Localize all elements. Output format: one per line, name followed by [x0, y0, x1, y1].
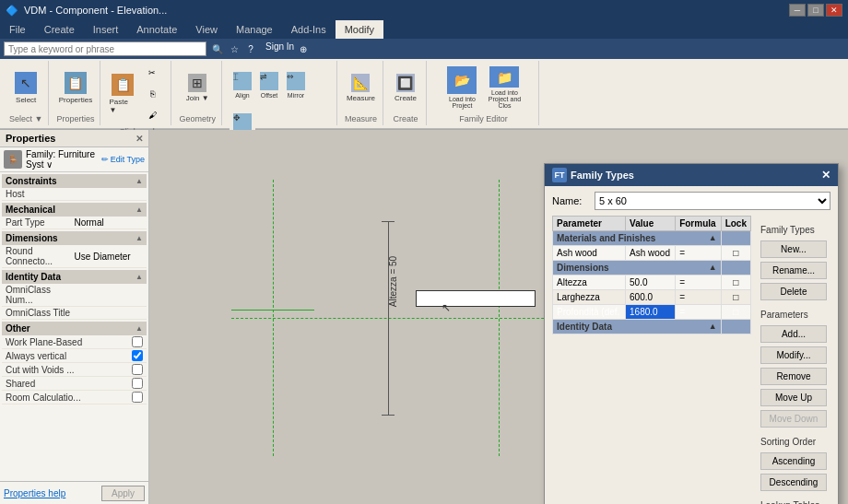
join-button[interactable]: ⊞ Join ▼	[184, 65, 210, 110]
move-down-button[interactable]: Move Down	[760, 410, 827, 428]
dialog-title-text: Family Types	[571, 170, 634, 181]
ribbon-group-family-editor: 📂 Load into Project 📁 Load into Project …	[429, 61, 539, 125]
rename-button[interactable]: Rename...	[760, 262, 827, 279]
properties-panel: Properties ✕ 🪑 Family: Furniture Syst ∨ …	[0, 130, 149, 504]
tab-modify[interactable]: Modify	[336, 20, 383, 39]
minimize-button[interactable]: ─	[789, 4, 806, 17]
mechanical-expand: ▲	[135, 205, 143, 214]
cursor-indicator: ↖	[442, 301, 451, 314]
properties-button[interactable]: 📋 Properties	[61, 65, 90, 110]
identity-header[interactable]: Identity Data ▲	[2, 270, 147, 284]
close-button[interactable]: ✕	[826, 4, 842, 17]
star-icon[interactable]: ☆	[227, 41, 241, 56]
copy-button[interactable]: ⎘	[139, 84, 165, 104]
dim-tick-top	[382, 221, 395, 222]
dialog-title-bar: FT Family Types ✕	[545, 164, 838, 186]
remove-button[interactable]: Remove	[760, 368, 827, 385]
mirror-button[interactable]: ⇔ Mirror	[283, 64, 309, 105]
tab-view[interactable]: View	[186, 20, 227, 39]
edit-icon: ✏	[101, 155, 109, 164]
load-project-close-button[interactable]: 📁 Load into Project and Clos	[484, 65, 524, 110]
ribbon-group-modify: ⌶ Align ⇌ Offset ⇔ Mirror ✥ Move Modify	[224, 61, 337, 125]
properties-group-label: Properties	[56, 114, 94, 123]
other-header[interactable]: Other ▲	[2, 322, 147, 335]
properties-help-link[interactable]: Properties help	[4, 488, 65, 498]
add-button[interactable]: Add...	[760, 325, 827, 343]
mechanical-header[interactable]: Mechanical ▲	[2, 203, 147, 217]
new-button[interactable]: New...	[760, 240, 827, 258]
measure-button[interactable]: 📐 Measure	[346, 65, 375, 110]
expand-icon[interactable]: ⊕	[296, 41, 311, 56]
constraints-header[interactable]: Constraints ▲	[2, 174, 147, 188]
offset-button[interactable]: ⇌ Offset	[256, 64, 282, 105]
always-vertical-checkbox[interactable]	[132, 350, 143, 361]
larghezza-value[interactable]: 600.0	[626, 290, 676, 305]
omniclass-title-row: OmniClass Title	[2, 307, 147, 320]
materials-expand-icon: ▲	[709, 233, 717, 242]
sign-in-link[interactable]: Sign In	[265, 41, 294, 56]
work-plane-checkbox[interactable]	[132, 336, 143, 347]
panel-title: Properties	[6, 133, 55, 144]
title-bar-controls[interactable]: ─ □ ✕	[789, 4, 842, 17]
load-into-project-button[interactable]: 📂 Load into Project	[442, 65, 482, 110]
larghezza-row[interactable]: Larghezza 600.0 = □	[553, 290, 751, 305]
shared-checkbox[interactable]	[132, 378, 143, 389]
dim-line-v	[388, 221, 389, 415]
canvas-area[interactable]: Altezza = 50 ↖ FT Family Types ✕ N	[149, 130, 848, 504]
ribbon-content: ↖ Select Select ▼ 📋 Properties Propertie…	[0, 59, 848, 129]
name-select[interactable]: 5 x 60	[595, 192, 830, 210]
materials-section-header[interactable]: Materials and Finishes ▲	[553, 231, 751, 246]
room-calc-checkbox[interactable]	[132, 392, 143, 403]
move-up-button[interactable]: Move Up	[760, 389, 827, 406]
edit-type-button[interactable]: ✏ Edit Type	[101, 155, 145, 164]
name-label: Name:	[552, 195, 589, 206]
dialog-close-button[interactable]: ✕	[821, 169, 830, 182]
tab-insert[interactable]: Insert	[84, 20, 128, 39]
select-button[interactable]: ↖ Select	[11, 65, 41, 110]
tab-create[interactable]: Create	[35, 20, 84, 39]
panel-close-button[interactable]: ✕	[135, 134, 143, 144]
apply-button[interactable]: Apply	[101, 486, 145, 501]
col-lock: Lock	[721, 217, 750, 231]
clipboard-buttons: 📋 Paste ▼ ✂ ⎘ 🖌	[108, 63, 165, 125]
search-input[interactable]	[4, 41, 206, 56]
tab-addins[interactable]: Add-Ins	[282, 20, 336, 39]
altezza-lock: □	[721, 275, 750, 290]
room-calc-row: Room Calculatio...	[2, 391, 147, 404]
altezza-row[interactable]: Altezza 50.0 = □	[553, 275, 751, 290]
ribbon: File Create Insert Annotate View Manage …	[0, 20, 848, 130]
help-icon[interactable]: ?	[243, 41, 258, 56]
identity-section-header[interactable]: Identity Data ▲	[553, 320, 751, 334]
cut-with-voids-checkbox[interactable]	[132, 364, 143, 375]
profondita-row[interactable]: Profondità (def. 1680.0 = □	[553, 305, 751, 320]
dimensions-header[interactable]: Dimensions ▲	[2, 231, 147, 245]
tab-manage[interactable]: Manage	[227, 20, 282, 39]
cut-button[interactable]: ✂	[139, 63, 165, 83]
ash-wood-value[interactable]: Ash wood	[626, 246, 676, 261]
maximize-button[interactable]: □	[807, 4, 824, 17]
family-types-dialog[interactable]: FT Family Types ✕ Name: 5 x 60	[544, 163, 839, 504]
matchprop-button[interactable]: 🖌	[139, 105, 165, 125]
tab-annotate[interactable]: Annotate	[127, 20, 186, 39]
larghezza-param: Larghezza	[553, 290, 626, 305]
family-type-label[interactable]: Family: Furniture Syst ∨	[26, 149, 98, 170]
descending-button[interactable]: Descending	[760, 474, 827, 491]
ascending-button[interactable]: Ascending	[760, 452, 827, 470]
delete-button[interactable]: Delete	[760, 283, 827, 300]
altezza-value[interactable]: 50.0	[626, 275, 676, 290]
ash-wood-row[interactable]: Ash wood Ash wood = □	[553, 246, 751, 261]
measure-label: Measure	[345, 114, 377, 123]
search-icon[interactable]: 🔍	[210, 41, 225, 56]
component-button[interactable]: 🔲 Create	[391, 65, 420, 110]
v-dashed-line-center	[499, 180, 500, 456]
family-editor-buttons: 📂 Load into Project 📁 Load into Project …	[442, 63, 524, 112]
profondita-value[interactable]: 1680.0	[626, 305, 676, 320]
dialog-icon: FT	[552, 168, 567, 182]
tab-file[interactable]: File	[0, 20, 35, 39]
host-row: Host	[2, 188, 147, 201]
align-button[interactable]: ⌶ Align	[230, 64, 255, 105]
modify-button[interactable]: Modify...	[760, 346, 827, 364]
dimensions-section-header[interactable]: Dimensions ▲	[553, 261, 751, 275]
paste-button[interactable]: 📋 Paste ▼	[108, 72, 137, 116]
ash-wood-formula: =	[676, 246, 722, 261]
